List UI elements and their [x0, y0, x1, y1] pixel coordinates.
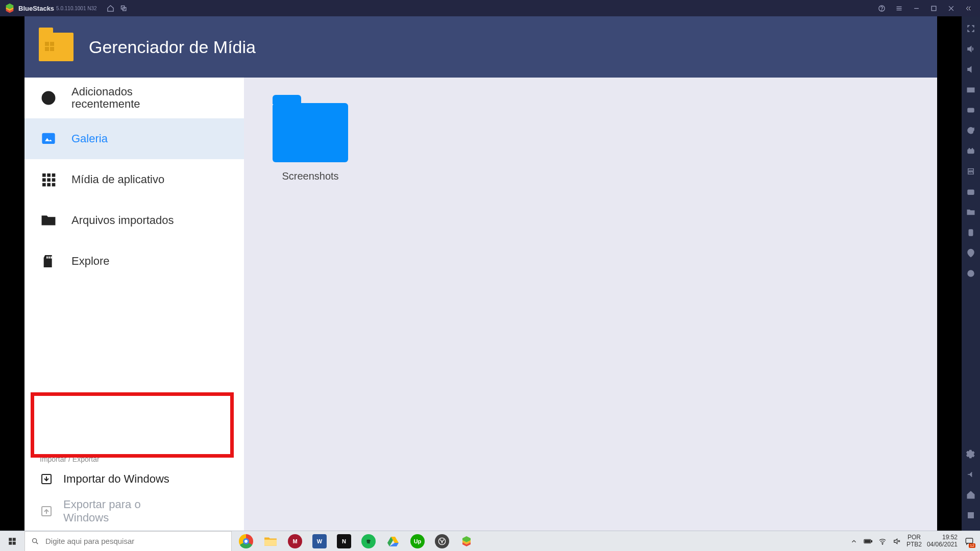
volume-up-icon[interactable] — [966, 44, 976, 54]
app-header: Gerenciador de Mídia — [24, 16, 937, 78]
bluestacks-version: 5.0.110.1001 N32 — [56, 6, 97, 11]
back-icon[interactable] — [966, 469, 976, 480]
xbox-icon[interactable] — [430, 531, 454, 552]
screenshot-icon[interactable] — [966, 187, 976, 197]
svg-rect-22 — [52, 183, 56, 187]
taskbar-search-input[interactable] — [45, 537, 231, 545]
controls-icon[interactable] — [966, 105, 976, 115]
svg-rect-43 — [9, 538, 12, 541]
task-icons: M W N Up — [234, 531, 479, 551]
svg-rect-25 — [51, 257, 52, 259]
taskbar-search[interactable] — [24, 531, 232, 552]
language-indicator[interactable]: POR PTB2 — [906, 534, 922, 547]
black-pad-right — [937, 16, 962, 531]
recents-nav-icon[interactable] — [966, 510, 976, 520]
nav-imported[interactable]: Arquivos importados — [24, 200, 244, 241]
svg-rect-37 — [969, 230, 973, 236]
svg-point-32 — [972, 148, 973, 149]
spotify-icon[interactable] — [356, 531, 381, 552]
black-pad-left — [0, 16, 24, 531]
svg-rect-46 — [13, 541, 16, 544]
system-tray: POR PTB2 19:52 04/06/2021 12 — [849, 534, 980, 549]
svg-rect-17 — [42, 178, 46, 182]
sync-icon[interactable] — [966, 126, 976, 136]
close-icon[interactable] — [944, 2, 958, 15]
svg-rect-45 — [9, 541, 12, 544]
folder-label: Screenshots — [282, 170, 338, 182]
settings-icon[interactable] — [966, 449, 976, 459]
battery-icon[interactable] — [864, 537, 873, 546]
home-icon[interactable] — [104, 2, 117, 15]
media-folder-icon[interactable] — [966, 207, 976, 217]
mendeley-icon[interactable]: M — [283, 531, 307, 552]
notification-icon[interactable]: 12 — [963, 534, 976, 549]
import-icon — [40, 472, 53, 486]
nav-appmedia[interactable]: Mídia de aplicativo — [24, 159, 244, 200]
svg-rect-15 — [47, 173, 51, 177]
bluestacks-task-icon[interactable] — [454, 531, 479, 552]
keyboard-icon[interactable] — [966, 85, 976, 95]
svg-rect-29 — [968, 108, 974, 112]
svg-rect-49 — [264, 539, 277, 545]
maximize-icon[interactable] — [927, 2, 940, 15]
fullscreen-icon[interactable] — [966, 23, 976, 34]
search-icon — [25, 537, 45, 545]
explorer-icon[interactable] — [258, 531, 283, 552]
svg-rect-16 — [52, 173, 56, 177]
svg-point-47 — [33, 538, 37, 542]
import-windows-button[interactable]: Importar do Windows — [24, 466, 244, 492]
svg-rect-44 — [13, 538, 16, 541]
shake-icon[interactable] — [966, 268, 976, 279]
collapse-icon[interactable] — [962, 2, 975, 15]
nav-explore[interactable]: Explore — [24, 241, 244, 282]
folder-app-icon — [39, 33, 74, 61]
chrome-icon[interactable] — [234, 531, 258, 552]
svg-rect-58 — [966, 538, 973, 543]
svg-rect-18 — [47, 178, 51, 182]
drive-icon[interactable] — [381, 531, 405, 552]
notion-icon[interactable]: N — [332, 531, 356, 552]
clock-icon — [40, 89, 57, 107]
menu-icon[interactable] — [892, 2, 905, 15]
minimize-icon[interactable] — [910, 2, 923, 15]
svg-point-31 — [969, 148, 970, 149]
sound-muted-icon[interactable] — [892, 537, 901, 546]
folder-icon — [273, 103, 348, 162]
svg-rect-56 — [865, 540, 870, 542]
export-windows-button[interactable]: Exportar para o Windows — [24, 492, 244, 531]
nav-gallery[interactable]: Galeria — [24, 118, 244, 159]
rotate-icon[interactable] — [966, 228, 976, 238]
svg-text:APK: APK — [968, 170, 973, 173]
media-manager-app: Gerenciador de Mídia Adicionados recente… — [24, 16, 937, 531]
svg-line-48 — [36, 542, 38, 544]
svg-rect-14 — [42, 173, 46, 177]
svg-rect-42 — [968, 513, 974, 518]
upwork-icon[interactable]: Up — [405, 531, 430, 552]
recent-apps-icon[interactable] — [117, 2, 131, 15]
wifi-icon[interactable] — [878, 537, 887, 546]
help-icon[interactable] — [875, 2, 888, 15]
sidebar: Adicionados recentemente Galeria Mídia d… — [24, 78, 244, 531]
windows-taskbar: M W N Up POR PTB2 19:52 04/06/2021 — [0, 531, 980, 551]
word-icon[interactable]: W — [307, 531, 332, 552]
tray-chevron-up-icon[interactable] — [849, 537, 859, 546]
folder-screenshots[interactable]: Screenshots — [273, 103, 348, 182]
svg-rect-12 — [42, 133, 55, 143]
volume-down-icon[interactable] — [966, 64, 976, 74]
export-windows-label: Exportar para o Windows — [63, 498, 176, 524]
svg-rect-30 — [968, 149, 974, 154]
bluestacks-title: BlueStacks — [18, 5, 54, 12]
right-toolbar: APK — [962, 16, 980, 531]
svg-point-53 — [438, 538, 445, 544]
macro-icon[interactable] — [966, 146, 976, 156]
apk-icon[interactable]: APK — [966, 166, 976, 177]
svg-rect-21 — [47, 183, 51, 187]
home-nav-icon[interactable] — [966, 490, 976, 500]
clock-date[interactable]: 19:52 04/06/2021 — [927, 534, 958, 547]
folder-outline-icon — [40, 212, 57, 229]
start-button[interactable] — [0, 531, 24, 552]
nav-explore-label: Explore — [71, 255, 110, 268]
svg-point-57 — [882, 543, 883, 544]
location-icon[interactable] — [966, 248, 976, 258]
nav-recent[interactable]: Adicionados recentemente — [24, 78, 244, 118]
